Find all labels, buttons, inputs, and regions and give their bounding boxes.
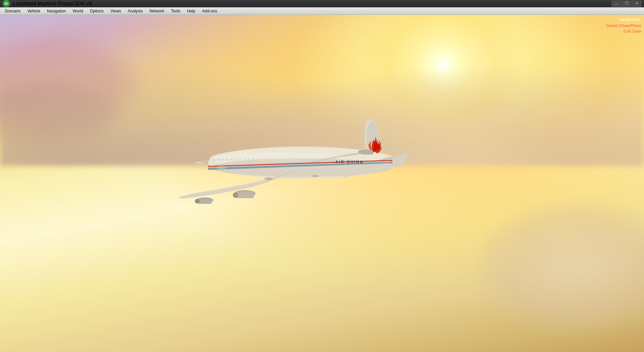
hud-overlay: Aircraft View: Gimbal (ChasePlane) 0.99 … — [606, 17, 641, 35]
menubar: Scenario Vehicle Navigation World Option… — [0, 7, 644, 15]
svg-rect-37 — [326, 160, 328, 161]
close-button[interactable]: ✕ — [632, 1, 641, 7]
svg-point-54 — [211, 152, 345, 161]
menu-scenario[interactable]: Scenario — [1, 8, 24, 14]
svg-point-55 — [216, 166, 226, 169]
restore-button[interactable]: ❐ — [622, 1, 631, 7]
svg-rect-12 — [217, 159, 219, 161]
svg-rect-36 — [322, 160, 324, 161]
main-viewport[interactable]: AIR CHINA — [0, 15, 644, 352]
menu-vehicle[interactable]: Vehicle — [24, 8, 44, 14]
menu-help[interactable]: Help — [184, 8, 199, 14]
hud-view-type: Gimbal (ChasePlane) — [606, 23, 641, 29]
menu-world[interactable]: World — [69, 8, 87, 14]
menu-navigation[interactable]: Navigation — [44, 8, 69, 14]
svg-rect-11 — [213, 159, 215, 161]
hud-zoom: 0.99 Zoom — [606, 29, 641, 35]
svg-rect-13 — [222, 159, 224, 161]
titlebar: 3D Lockheed Martin® Prepar3D® v4 — ❐ ✕ — [0, 0, 644, 7]
svg-point-8 — [195, 199, 200, 204]
aircraft-model: AIR CHINA — [127, 109, 429, 216]
aircraft-svg: AIR CHINA — [127, 109, 429, 216]
hud-view-label: Aircraft View: — [606, 17, 641, 23]
menu-analysis[interactable]: Analysis — [124, 8, 146, 14]
svg-line-53 — [248, 177, 275, 185]
3d-badge: 3D — [3, 0, 10, 7]
svg-point-51 — [312, 175, 319, 177]
menu-tools[interactable]: Tools — [168, 8, 184, 14]
menu-addons[interactable]: Add-ons — [199, 8, 220, 14]
svg-rect-10 — [361, 150, 373, 155]
window-title: Lockheed Martin® Prepar3D® v4 — [13, 1, 92, 7]
svg-point-5 — [233, 192, 238, 198]
svg-rect-38 — [331, 160, 333, 162]
menu-network[interactable]: Network — [146, 8, 168, 14]
svg-rect-4 — [235, 192, 254, 198]
window-controls: — ❐ ✕ — [612, 1, 641, 7]
menu-options[interactable]: Options — [87, 8, 107, 14]
menu-views[interactable]: Views — [107, 8, 124, 14]
minimize-button[interactable]: — — [612, 1, 621, 7]
